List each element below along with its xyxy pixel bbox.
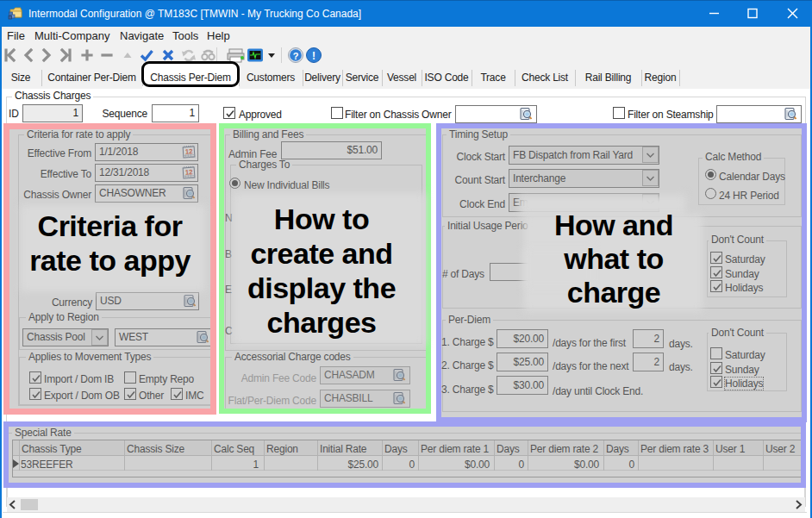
svg-text:!: !: [312, 50, 315, 62]
svg-text:?: ?: [293, 51, 299, 61]
